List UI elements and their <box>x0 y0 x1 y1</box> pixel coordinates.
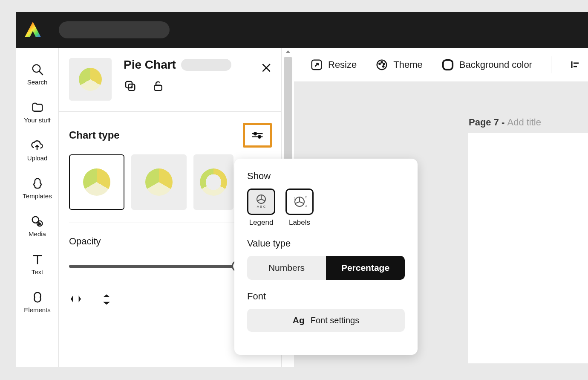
chart-type-option-pie-labels[interactable] <box>131 154 187 210</box>
top-bar <box>16 12 588 48</box>
toolbar-background-color[interactable]: Background color <box>441 58 532 71</box>
toolbar-theme[interactable]: Theme <box>375 58 422 71</box>
value-type-segmented: Numbers Percentage <box>247 256 405 280</box>
font-glyph-icon: Ag <box>293 315 305 325</box>
close-icon[interactable] <box>261 62 272 73</box>
search-icon <box>31 63 44 76</box>
panel-title: Pie Chart <box>124 58 176 72</box>
svg-point-17 <box>379 63 380 64</box>
value-type-numbers[interactable]: Numbers <box>247 256 326 280</box>
panel-header: Pie Chart <box>59 48 282 112</box>
page-canvas[interactable] <box>468 133 588 363</box>
svg-text:3: 3 <box>305 204 307 207</box>
toolbar-label: Resize <box>328 59 357 70</box>
align-icon[interactable] <box>570 60 580 70</box>
value-type-percentage[interactable]: Percentage <box>326 256 405 280</box>
document-title-pill[interactable] <box>59 21 170 38</box>
labels-option-icon: 1 2 3 <box>290 192 309 211</box>
popover-font-heading: Font <box>247 291 405 302</box>
rail-item-upload[interactable]: Upload <box>27 139 48 162</box>
media-icon <box>31 215 43 228</box>
rail-item-search[interactable]: Search <box>27 63 48 86</box>
panel-title-chip <box>181 59 231 71</box>
chart-type-option-donut[interactable] <box>193 154 233 210</box>
page-title-placeholder: Add title <box>507 117 541 128</box>
rail-label: Search <box>27 78 48 86</box>
popover-show-heading: Show <box>247 171 405 182</box>
svg-point-19 <box>383 63 385 64</box>
canvas-toolbar: Resize Theme Background color <box>294 48 588 82</box>
svg-point-12 <box>254 132 257 135</box>
svg-line-32 <box>300 202 304 203</box>
svg-rect-8 <box>154 85 162 91</box>
pie-icon <box>83 168 110 196</box>
toolbar-label: Background color <box>459 59 532 70</box>
rail-label: Text <box>32 268 43 276</box>
svg-line-33 <box>295 202 300 203</box>
toolbar-separator <box>551 56 551 73</box>
show-option-label: Legend <box>249 218 274 227</box>
page-label[interactable]: Page 7 - Add title <box>469 117 541 128</box>
svg-point-0 <box>32 65 40 73</box>
duplicate-icon[interactable] <box>124 79 136 92</box>
elements-icon <box>31 291 44 304</box>
legend-option-icon: A B C <box>252 192 271 211</box>
upload-cloud-icon <box>31 139 43 152</box>
scrollbar-thumb[interactable] <box>284 57 292 172</box>
donut-icon <box>200 168 227 196</box>
chart-type-heading: Chart type <box>69 129 120 141</box>
show-option-legend[interactable]: A B C Legend <box>247 189 275 227</box>
svg-point-14 <box>258 136 261 138</box>
show-option-label: Labels <box>289 218 310 227</box>
svg-text:2: 2 <box>305 196 307 199</box>
unlock-icon[interactable] <box>152 79 164 92</box>
rail-label: Elements <box>24 306 51 313</box>
selected-element-thumbnail <box>69 58 112 101</box>
page-number: Page 7 - <box>469 117 507 128</box>
font-button-label: Font settings <box>311 316 360 325</box>
toolbar-label: Theme <box>393 59 422 70</box>
legend-option-box: A B C <box>247 189 275 215</box>
folder-icon <box>31 101 44 114</box>
chart-options-popover: Show A B C Legend 1 2 3 Labels <box>234 159 418 355</box>
svg-line-28 <box>257 199 261 201</box>
svg-text:A  B  C: A B C <box>257 205 266 209</box>
flip-horizontal-icon[interactable] <box>69 292 83 306</box>
chart-type-options-button[interactable] <box>243 123 272 148</box>
scroll-up-icon[interactable] <box>282 48 294 55</box>
sliders-icon <box>251 130 264 140</box>
svg-text:1: 1 <box>294 197 296 200</box>
rail-item-elements[interactable]: Elements <box>24 291 51 313</box>
rail-label: Upload <box>27 154 48 162</box>
svg-point-18 <box>381 61 383 63</box>
app-logo-icon <box>24 21 42 39</box>
show-option-labels[interactable]: 1 2 3 Labels <box>285 189 314 227</box>
svg-rect-21 <box>443 60 453 70</box>
rail-item-templates[interactable]: Templates <box>23 177 52 200</box>
text-icon <box>31 253 44 266</box>
pie-icon <box>145 168 173 196</box>
popover-valuetype-heading: Value type <box>247 238 405 249</box>
toolbar-resize[interactable]: Resize <box>310 58 357 71</box>
left-rail: Search Your stuff Upload Templates Media… <box>16 48 59 367</box>
background-icon <box>441 58 454 71</box>
font-settings-button[interactable]: Ag Font settings <box>247 309 405 332</box>
chart-type-option-pie-legend[interactable] <box>69 154 124 210</box>
rail-label: Media <box>29 230 46 238</box>
rail-label: Templates <box>23 192 52 200</box>
svg-line-27 <box>261 199 265 201</box>
templates-icon <box>31 177 44 190</box>
palette-icon <box>375 58 388 71</box>
rail-item-text[interactable]: Text <box>31 253 44 276</box>
rail-label: Your stuff <box>24 116 51 124</box>
svg-point-20 <box>383 66 384 67</box>
resize-icon <box>310 58 323 71</box>
svg-line-1 <box>39 71 43 75</box>
opacity-slider[interactable] <box>69 265 238 268</box>
pie-icon <box>79 68 102 91</box>
rail-item-media[interactable]: Media <box>29 215 46 238</box>
labels-option-box: 1 2 3 <box>285 189 314 215</box>
rail-item-your-stuff[interactable]: Your stuff <box>24 101 51 124</box>
flip-vertical-icon[interactable] <box>100 292 113 306</box>
